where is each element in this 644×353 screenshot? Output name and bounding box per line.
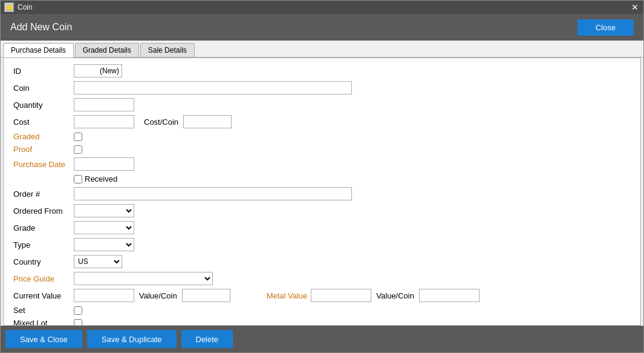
title-close-button[interactable]: ✕ xyxy=(630,2,640,12)
price-guide-row: Price Guide xyxy=(13,272,631,285)
order-row: Order # xyxy=(13,187,631,200)
quantity-label: Quantity xyxy=(13,101,74,110)
content-area: ID Coin Quantity Cost Cost/Coin Graded P… xyxy=(3,58,641,326)
coin-field[interactable] xyxy=(74,81,352,94)
received-label: Received xyxy=(85,174,117,183)
proof-label: Proof xyxy=(13,145,74,154)
set-row: Set xyxy=(13,306,631,315)
received-row: Received xyxy=(74,174,631,183)
set-checkbox[interactable] xyxy=(74,306,82,315)
price-guide-select[interactable] xyxy=(74,272,213,285)
tab-sale-details[interactable]: Sale Details xyxy=(140,43,195,57)
country-select[interactable]: US xyxy=(74,255,122,268)
metal-value-coin-label: Value/Coin xyxy=(376,291,414,300)
coin-row: Coin xyxy=(13,81,631,94)
value-coin-label: Value/Coin xyxy=(139,291,177,300)
metal-value-label: Metal Value xyxy=(267,291,308,300)
ordered-from-row: Ordered From xyxy=(13,204,631,217)
footer-bar: Save & Close Save & Duplicate Delete xyxy=(1,326,643,352)
set-label: Set xyxy=(13,306,74,315)
graded-label: Graded xyxy=(13,132,74,141)
received-checkbox[interactable] xyxy=(74,175,82,183)
grade-label: Grade xyxy=(13,223,74,233)
proof-row: Proof xyxy=(13,145,631,154)
purchase-date-label: Purchase Date xyxy=(13,160,74,169)
title-bar: 🪙 Coin ✕ xyxy=(1,1,643,14)
cost-coin-field[interactable] xyxy=(183,115,232,128)
tabs-bar: Purchase Details Graded Details Sale Det… xyxy=(1,41,643,58)
metal-value-coin-field[interactable] xyxy=(419,289,480,302)
grade-select[interactable] xyxy=(74,221,134,234)
type-label: Type xyxy=(13,240,74,249)
coin-label: Coin xyxy=(13,84,74,93)
window-title: Coin xyxy=(18,3,33,12)
header-title: Add New Coin xyxy=(10,22,72,33)
cost-coin-label: Cost/Coin xyxy=(144,117,178,127)
purchase-date-field[interactable] xyxy=(74,157,134,171)
close-button[interactable]: Close xyxy=(577,19,634,36)
current-value-label: Current Value xyxy=(13,291,74,300)
tab-purchase-details[interactable]: Purchase Details xyxy=(3,43,74,58)
order-field[interactable] xyxy=(74,187,352,200)
id-row: ID xyxy=(13,64,631,78)
main-window: 🪙 Coin ✕ Add New Coin Close Purchase Det… xyxy=(0,0,644,353)
quantity-field[interactable] xyxy=(74,98,134,111)
purchase-date-row: Purchase Date xyxy=(13,157,631,171)
cost-label: Cost xyxy=(13,117,74,127)
cost-row: Cost Cost/Coin xyxy=(13,115,631,128)
graded-row: Graded xyxy=(13,132,631,141)
current-value-field[interactable] xyxy=(74,289,134,302)
ordered-from-label: Ordered From xyxy=(13,206,74,216)
tab-graded-details[interactable]: Graded Details xyxy=(75,43,139,57)
grade-row: Grade xyxy=(13,221,631,234)
app-icon: 🪙 xyxy=(4,2,14,12)
mixed-lot-checkbox[interactable] xyxy=(74,319,82,326)
country-label: Country xyxy=(13,257,74,266)
quantity-row: Quantity xyxy=(13,98,631,111)
metal-section: Metal Value Value/Coin xyxy=(267,289,480,302)
metal-value-field[interactable] xyxy=(311,289,371,302)
mixed-lot-label: Mixed Lot xyxy=(13,318,74,326)
mixed-lot-row: Mixed Lot xyxy=(13,318,631,326)
ordered-from-select[interactable] xyxy=(74,204,134,217)
id-field[interactable] xyxy=(74,64,122,78)
delete-button[interactable]: Delete xyxy=(181,330,233,348)
save-duplicate-button[interactable]: Save & Duplicate xyxy=(87,330,177,348)
header-bar: Add New Coin Close xyxy=(1,14,643,41)
id-label: ID xyxy=(13,67,74,76)
save-close-button[interactable]: Save & Close xyxy=(5,330,82,348)
type-row: Type xyxy=(13,238,631,251)
type-select[interactable] xyxy=(74,238,134,251)
proof-checkbox[interactable] xyxy=(74,145,82,154)
country-row: Country US xyxy=(13,255,631,268)
order-label: Order # xyxy=(13,190,74,199)
price-guide-label: Price Guide xyxy=(13,274,74,283)
value-coin-field[interactable] xyxy=(182,289,230,302)
current-value-row: Current Value Value/Coin Metal Value Val… xyxy=(13,289,631,302)
cost-field[interactable] xyxy=(74,115,134,128)
graded-checkbox[interactable] xyxy=(74,133,82,141)
